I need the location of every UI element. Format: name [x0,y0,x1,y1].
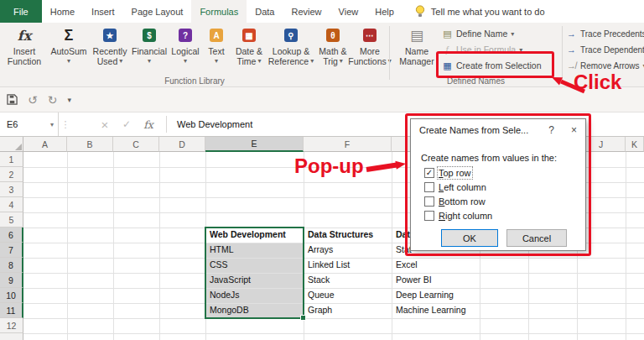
row-header-11[interactable]: 11 [0,303,23,318]
selection-border [205,227,304,319]
checkbox-checked-icon [424,168,434,178]
gridline-vertical [113,152,114,340]
cell-F7[interactable]: Arrays [304,243,392,258]
row-header-5[interactable]: 5 [0,212,23,228]
row-header-8[interactable]: 8 [0,258,23,273]
cell-F11[interactable]: Graph [304,303,392,318]
cell-F9[interactable]: Stack [304,273,392,288]
row-header-2[interactable]: 2 [0,167,23,182]
select-all-corner[interactable] [0,137,23,152]
cell-G11[interactable]: Machine Learning [392,303,480,318]
gridline-vertical [67,152,68,340]
cell-G8[interactable]: Excel [392,258,480,273]
cell-G9[interactable]: Power BI [392,273,480,288]
checkbox-left-column[interactable]: Left column [424,180,486,194]
column-header-F[interactable]: F [304,137,392,152]
excel-window: FileHomeInsertPage LayoutFormulasDataRev… [0,0,644,340]
row-header-6[interactable]: 6 [0,228,23,243]
column-header-K[interactable]: K [626,137,644,152]
create-names-from-selection-dialog: Create Names from Sele... ? × Create nam… [410,118,586,251]
row-header-3[interactable]: 3 [0,182,23,197]
column-header-C[interactable]: C [113,137,159,152]
cancel-button[interactable]: Cancel [506,229,567,247]
gridline-horizontal [23,333,644,334]
column-header-D[interactable]: D [159,137,205,152]
dialog-prompt: Create names from values in the: [421,153,557,163]
checkbox-top-row[interactable]: Top row [424,166,471,180]
ok-button[interactable]: OK [441,229,498,247]
dialog-title-bar[interactable]: Create Names from Sele... ? × [411,119,585,141]
checkbox-unchecked-icon [424,196,434,207]
annotation-click: Click [574,71,621,94]
row-header-4[interactable]: 4 [0,197,23,212]
checkbox-label-bottom-row: Bottom row [439,196,486,207]
checkbox-label-left-column: Left column [439,182,486,192]
checkbox-unchecked-icon [424,211,434,221]
column-header-A[interactable]: A [23,137,67,152]
row-header-7[interactable]: 7 [0,243,23,258]
column-header-E[interactable]: E [205,137,304,152]
checkbox-right-column[interactable]: Right column [424,209,492,222]
annotation-popup: Pop-up [294,154,364,178]
fill-handle[interactable] [300,315,306,321]
dialog-title: Create Names from Sele... [411,125,540,135]
gridline-vertical [159,152,160,340]
dialog-help-button[interactable]: ? [540,119,563,141]
row-header-9[interactable]: 9 [0,273,23,288]
cell-F10[interactable]: Queue [304,288,392,303]
checkbox-unchecked-icon [424,182,434,192]
dialog-close-icon[interactable]: × [563,119,585,141]
cell-F8[interactable]: Linked List [304,258,392,273]
gridline-vertical [626,152,626,340]
checkbox-label-right-column: Right column [439,211,492,221]
cell-G10[interactable]: Deep Learning [392,288,480,303]
row-header-1[interactable]: 1 [0,152,23,167]
row-header-10[interactable]: 10 [0,288,23,303]
checkbox-label-top-row: Top row [439,168,471,178]
row-header-12[interactable]: 12 [0,318,23,333]
cell-F6[interactable]: Data Structures [304,228,392,243]
gridline-horizontal [23,318,644,319]
column-header-B[interactable]: B [67,137,113,152]
checkbox-bottom-row[interactable]: Bottom row [424,195,486,208]
row-header-partial [0,333,23,340]
